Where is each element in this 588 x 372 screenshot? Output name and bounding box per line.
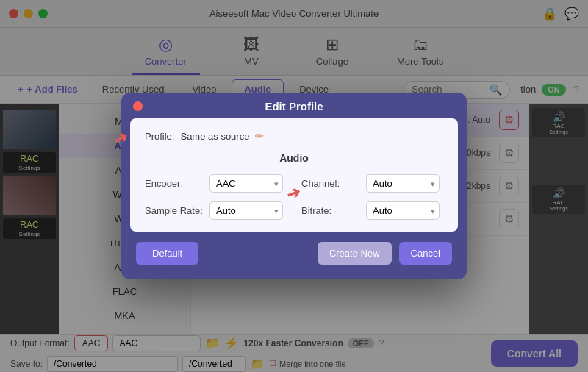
encoder-select-wrapper: AAC <box>209 174 283 193</box>
cancel-button[interactable]: Cancel <box>399 242 452 265</box>
edit-profile-modal: Edit Profile Profile: Same as source ✏ A… <box>121 93 467 279</box>
bitrate-select[interactable]: Auto <box>366 201 440 220</box>
profile-value: Same as source <box>180 131 249 142</box>
channel-select[interactable]: Auto <box>366 174 440 193</box>
profile-row: Profile: Same as source ✏ <box>145 130 443 142</box>
modal-titlebar: Edit Profile <box>121 93 467 118</box>
sample-rate-label: Sample Rate: <box>145 205 204 216</box>
encoder-select[interactable]: AAC <box>209 174 283 193</box>
sample-rate-select-wrapper: Auto <box>209 201 283 220</box>
modal-overlay: Edit Profile Profile: Same as source ✏ A… <box>0 0 588 372</box>
modal-body: Profile: Same as source ✏ Audio Encoder:… <box>130 118 458 232</box>
channel-field: Channel: Auto <box>301 174 443 193</box>
bitrate-field: Bitrate: Auto <box>301 201 443 220</box>
encoder-label: Encoder: <box>145 178 204 189</box>
sample-rate-select[interactable]: Auto <box>209 201 283 220</box>
sample-rate-field: Sample Rate: Auto <box>145 201 287 220</box>
channel-label: Channel: <box>301 178 360 189</box>
default-button[interactable]: Default <box>136 242 198 265</box>
bitrate-label: Bitrate: <box>301 205 360 216</box>
modal-action-buttons: Create New Cancel <box>318 242 452 265</box>
create-new-button[interactable]: Create New <box>318 242 392 265</box>
form-grid: Encoder: AAC Channel: Auto <box>145 174 443 220</box>
edit-profile-icon[interactable]: ✏ <box>255 130 264 142</box>
audio-section-title: Audio <box>145 152 443 164</box>
modal-close-button[interactable] <box>133 101 143 111</box>
bitrate-select-wrapper: Auto <box>366 201 440 220</box>
channel-select-wrapper: Auto <box>366 174 440 193</box>
modal-footer: Default Create New Cancel <box>121 232 467 265</box>
modal-title: Edit Profile <box>265 100 323 112</box>
profile-label: Profile: <box>145 131 174 142</box>
encoder-field: Encoder: AAC <box>145 174 287 193</box>
